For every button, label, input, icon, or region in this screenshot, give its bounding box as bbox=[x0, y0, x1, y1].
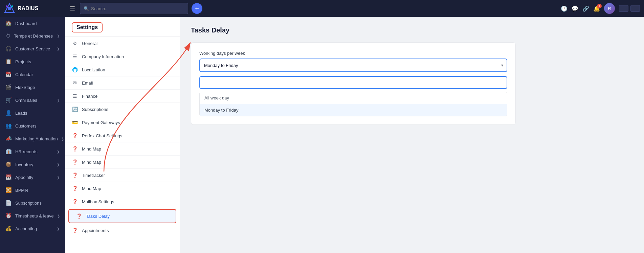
dashboard-icon: 🏠 bbox=[5, 20, 12, 26]
sidebar-item-projects[interactable]: 📋 Projects bbox=[0, 55, 65, 68]
perfex-chat-icon: ❓ bbox=[72, 133, 78, 138]
settings-menu-label: Company Information bbox=[82, 54, 124, 59]
mind-map-2-icon: ❓ bbox=[72, 159, 78, 165]
settings-menu-item-company-information[interactable]: ☰ Company Information bbox=[65, 50, 180, 63]
share-icon[interactable]: 🔗 bbox=[582, 5, 589, 12]
search-box: 🔍 bbox=[80, 3, 188, 14]
settings-menu-item-mind-map-3[interactable]: ❓ Mind Map bbox=[65, 182, 180, 195]
content-area: Tasks Delay Working days per week Monday… bbox=[180, 17, 644, 134]
settings-menu-label: Perfex Chat Settings bbox=[82, 133, 122, 138]
settings-menu-item-timetracker[interactable]: ❓ Timetracker bbox=[65, 169, 180, 182]
sidebar-item-label: Subscriptions bbox=[15, 201, 42, 206]
settings-menu-item-appointments[interactable]: ❓ Appointments bbox=[65, 224, 180, 237]
hr-icon: 👔 bbox=[5, 148, 12, 155]
logo-text: RADIUS bbox=[18, 5, 38, 12]
dropdown-option-all-week-day[interactable]: All week day bbox=[200, 92, 507, 104]
search-icon: 🔍 bbox=[84, 6, 89, 11]
sidebar-item-label: Customer Service bbox=[15, 46, 50, 51]
settings-menu-item-subscriptions[interactable]: 🔄 Subscriptions bbox=[65, 103, 180, 116]
sidebar-item-leads[interactable]: 👤 Leads bbox=[0, 107, 65, 119]
settings-menu-item-general[interactable]: ⚙ General bbox=[65, 37, 180, 50]
sidebar-item-customers[interactable]: 👥 Customers bbox=[0, 119, 65, 132]
svg-point-2 bbox=[6, 5, 8, 7]
sidebar-item-label: Inventory bbox=[15, 162, 33, 167]
dropdown-option-monday-friday[interactable]: Monday to Friday bbox=[200, 104, 507, 116]
sidebar-item-accounting[interactable]: 💰 Accounting ❯ bbox=[0, 222, 65, 235]
search-input-wrapper bbox=[199, 76, 507, 89]
history-icon[interactable]: 🕐 bbox=[561, 5, 568, 12]
sidebar-item-temps-depenses[interactable]: ⏱ Temps et Dépenses ❯ bbox=[0, 30, 65, 42]
settings-menu-label: Mind Map bbox=[82, 146, 101, 152]
marketing-icon: 📣 bbox=[5, 136, 12, 142]
sidebar-item-hr-records[interactable]: 👔 HR records ❯ bbox=[0, 145, 65, 158]
settings-menu-item-mind-map-1[interactable]: ❓ Mind Map bbox=[65, 142, 180, 156]
subscriptions-icon: 📄 bbox=[5, 200, 12, 206]
settings-menu-item-perfex-chat[interactable]: ❓ Perfex Chat Settings bbox=[65, 129, 180, 142]
omni-sales-icon: 🛒 bbox=[5, 97, 12, 103]
settings-menu-label: Timetracker bbox=[82, 173, 105, 178]
chat-icon[interactable]: 💬 bbox=[572, 5, 578, 12]
sidebar-item-inventory[interactable]: 📦 Inventory ❯ bbox=[0, 158, 65, 171]
sidebar-item-timesheets-leave[interactable]: ⏰ Timesheets & leave ❯ bbox=[0, 209, 65, 222]
sidebar-item-calendar[interactable]: 📅 Calendar bbox=[0, 68, 65, 81]
temps-icon: ⏱ bbox=[5, 33, 10, 39]
sidebar-item-label: Calendar bbox=[15, 72, 33, 77]
avatar[interactable]: R bbox=[604, 3, 615, 14]
notification-badge: 1 bbox=[597, 4, 602, 8]
sidebar-item-label: Temps et Dépenses bbox=[14, 33, 53, 39]
settings-menu-item-email[interactable]: ✉ Email bbox=[65, 76, 180, 90]
working-days-select[interactable]: Monday to Friday All week day bbox=[199, 59, 507, 72]
settings-title: Settings bbox=[72, 22, 103, 32]
settings-menu-item-localization[interactable]: 🌐 Localization bbox=[65, 63, 180, 76]
sidebar-item-subscriptions[interactable]: 📄 Subscriptions bbox=[0, 197, 65, 209]
settings-menu-label: Appointments bbox=[82, 228, 109, 233]
projects-icon: 📋 bbox=[5, 59, 12, 65]
timetracker-icon: ❓ bbox=[72, 172, 78, 178]
chevron-right-icon: ❯ bbox=[57, 163, 60, 166]
topnav-right: 🕐 💬 🔗 🔔 1 R bbox=[561, 3, 640, 14]
settings-menu-item-finance[interactable]: ☰ Finance bbox=[65, 90, 180, 103]
sidebar-item-label: Omni sales bbox=[15, 98, 37, 103]
sidebar-item-flexstage[interactable]: 🎬 FlexStage bbox=[0, 81, 65, 94]
sidebar-item-appointly[interactable]: 📆 Appointly ❯ bbox=[0, 171, 65, 184]
sidebar-item-dashboard[interactable]: 🏠 Dashboard bbox=[0, 17, 65, 30]
calendar-icon: 📅 bbox=[5, 71, 12, 77]
topnav: RADIUS ☰ 🔍 + 🕐 💬 🔗 🔔 1 R bbox=[0, 0, 644, 17]
sidebar-item-omni-sales[interactable]: 🛒 Omni sales ❯ bbox=[0, 94, 65, 107]
chevron-right-icon: ❯ bbox=[57, 214, 60, 218]
sidebar-item-label: Leads bbox=[15, 111, 27, 116]
sidebar-item-marketing-automation[interactable]: 📣 Marketing Automation ❯ bbox=[0, 132, 65, 145]
bpmn-icon: 🔀 bbox=[5, 187, 12, 193]
mailbox-icon: ❓ bbox=[72, 199, 78, 204]
settings-menu-item-mailbox-settings[interactable]: ❓ Mailbox Settings bbox=[65, 195, 180, 208]
maximize-button[interactable] bbox=[630, 5, 640, 12]
payment-icon: 💳 bbox=[72, 120, 78, 125]
settings-menu-label: Mind Map bbox=[82, 186, 101, 191]
settings-menu-item-tasks-delay[interactable]: ❓ Tasks Delay bbox=[68, 209, 176, 223]
mind-map-3-icon: ❓ bbox=[72, 186, 78, 191]
search-input[interactable] bbox=[91, 6, 184, 11]
tasks-delay-icon: ❓ bbox=[76, 213, 82, 219]
customer-service-icon: 🎧 bbox=[5, 46, 12, 52]
sidebar-item-label: Marketing Automation bbox=[15, 136, 58, 141]
add-button[interactable]: + bbox=[192, 3, 202, 14]
sidebar-item-bpmn[interactable]: 🔀 BPMN bbox=[0, 184, 65, 197]
settings-header: Settings bbox=[65, 17, 180, 37]
chevron-right-icon: ❯ bbox=[57, 176, 60, 179]
chevron-right-icon: ❯ bbox=[57, 47, 60, 51]
company-icon: ☰ bbox=[72, 54, 78, 59]
settings-menu-label: Finance bbox=[82, 94, 97, 99]
form-section: Working days per week Monday to Friday A… bbox=[191, 42, 516, 125]
finance-icon: ☰ bbox=[72, 93, 78, 99]
hamburger-icon[interactable]: ☰ bbox=[68, 3, 76, 14]
settings-menu-item-payment-gateways[interactable]: 💳 Payment Gateways bbox=[65, 116, 180, 129]
settings-menu-item-mind-map-2[interactable]: ❓ Mind Map bbox=[65, 156, 180, 169]
sidebar-item-label: Appointly bbox=[15, 175, 33, 180]
sidebar-item-customer-service[interactable]: 🎧 Customer Service ❯ bbox=[0, 42, 65, 55]
notification-icon[interactable]: 🔔 1 bbox=[593, 5, 600, 12]
minimize-button[interactable] bbox=[619, 5, 628, 12]
sidebar-item-label: Projects bbox=[15, 59, 31, 64]
appointments-icon: ❓ bbox=[72, 228, 78, 233]
dropdown-search-input[interactable] bbox=[199, 76, 507, 89]
settings-menu-label: Tasks Delay bbox=[86, 214, 110, 219]
